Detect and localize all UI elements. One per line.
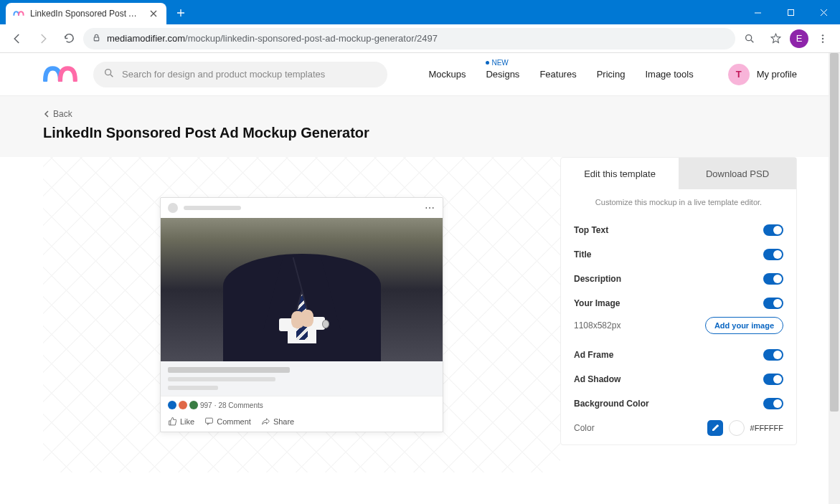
tab-edit[interactable]: Edit this template — [561, 158, 679, 189]
opt-description: Description — [561, 267, 796, 291]
svg-point-4 — [822, 37, 824, 39]
svg-point-5 — [822, 41, 824, 42]
add-image-button[interactable]: Add your image — [705, 317, 783, 334]
editor-panel: Edit this template Download PSD Customiz… — [560, 157, 797, 445]
scrollbar[interactable] — [829, 53, 840, 504]
preview-area: ⋯ — [43, 157, 560, 472]
opt-top-text: Top Text — [561, 218, 796, 242]
toggle-ad-shadow[interactable] — [763, 374, 783, 385]
share-button: Share — [261, 417, 294, 426]
search-icon — [103, 67, 115, 81]
menu-icon[interactable] — [811, 27, 834, 50]
toggle-bg-color[interactable] — [763, 398, 783, 409]
browser-toolbar: mediamodifier.com/mockup/linkedin-sponso… — [0, 24, 840, 53]
image-size-row: 1108x582pxAdd your image — [561, 315, 796, 343]
favicon-icon — [13, 8, 24, 19]
search-input[interactable]: Search for design and product mockup tem… — [93, 62, 387, 87]
back-link[interactable]: Back — [43, 109, 797, 119]
image-size: 1108x582px — [574, 320, 620, 331]
nav-mockups[interactable]: Mockups — [428, 69, 466, 80]
post-text-placeholder — [161, 361, 443, 396]
opt-ad-frame: Ad Frame — [561, 343, 796, 367]
titlebar: LinkedIn Sponsored Post Ad Moc — [0, 0, 840, 24]
color-picker-button[interactable] — [707, 420, 723, 436]
close-button[interactable] — [807, 0, 840, 24]
browser-avatar[interactable]: E — [790, 29, 808, 48]
window-controls — [741, 0, 840, 24]
reaction-count: 997 — [200, 401, 212, 409]
post-name-placeholder — [184, 206, 241, 210]
svg-point-3 — [822, 34, 824, 36]
forward-button[interactable] — [32, 27, 55, 50]
nav-image-tools[interactable]: Image tools — [645, 69, 693, 80]
tab-title: LinkedIn Sponsored Post Ad Moc — [30, 9, 142, 19]
logo-icon[interactable] — [43, 64, 79, 85]
color-row: Color #FFFFFF — [561, 416, 796, 444]
opt-bg-color: Background Color — [561, 391, 796, 416]
svg-point-2 — [746, 34, 752, 40]
profile-link[interactable]: T My profile — [728, 64, 797, 85]
toggle-your-image[interactable] — [763, 298, 783, 309]
minimize-button[interactable] — [741, 0, 774, 24]
panel-tabs: Edit this template Download PSD — [561, 158, 796, 189]
scrollbar-thumb[interactable] — [830, 53, 839, 412]
post-actions: Like Comment Share — [161, 414, 443, 432]
svg-rect-1 — [94, 37, 99, 40]
post-reactions: 997 · 28 Comments — [161, 396, 443, 414]
like-button: Like — [168, 417, 194, 426]
toggle-description[interactable] — [763, 273, 783, 285]
color-swatch[interactable] — [729, 420, 745, 436]
nav-features[interactable]: Features — [539, 69, 576, 80]
lock-icon — [92, 33, 101, 44]
opt-title: Title — [561, 242, 796, 267]
tab-download[interactable]: Download PSD — [679, 158, 796, 189]
tab-close-icon[interactable] — [148, 8, 159, 19]
url-text: mediamodifier.com/mockup/linkedin-sponso… — [107, 33, 438, 44]
toggle-top-text[interactable] — [763, 224, 783, 236]
star-icon[interactable] — [764, 27, 787, 50]
back-button[interactable] — [6, 27, 29, 50]
post-header: ⋯ — [161, 198, 443, 218]
opt-your-image: Your Image — [561, 291, 796, 315]
browser-tab[interactable]: LinkedIn Sponsored Post Ad Moc — [6, 3, 166, 24]
reload-button[interactable] — [57, 27, 80, 50]
like-icon — [168, 401, 176, 409]
profile-label: My profile — [757, 69, 797, 80]
new-badge: NEW — [486, 59, 508, 67]
avatar: T — [728, 64, 750, 85]
mockup-post: ⋯ — [160, 197, 443, 432]
svg-rect-0 — [788, 9, 793, 15]
opt-ad-shadow: Ad Shadow — [561, 367, 796, 391]
nav-designs[interactable]: NEWDesigns — [486, 69, 519, 80]
page-title: LinkedIn Sponsored Post Ad Mockup Genera… — [43, 125, 797, 141]
comment-button: Comment — [204, 417, 251, 426]
address-bar[interactable]: mediamodifier.com/mockup/linkedin-sponso… — [83, 28, 735, 49]
page-head: Back LinkedIn Sponsored Post Ad Mockup G… — [0, 96, 840, 157]
celebrate-icon — [189, 401, 198, 409]
search-placeholder: Search for design and product mockup tem… — [122, 69, 325, 80]
svg-rect-7 — [206, 418, 213, 423]
svg-point-6 — [105, 70, 111, 75]
post-avatar-placeholder — [168, 203, 178, 213]
new-tab-button[interactable] — [171, 3, 191, 23]
maximize-button[interactable] — [774, 0, 807, 24]
love-icon — [179, 401, 187, 409]
post-image — [161, 218, 443, 361]
main-nav: Mockups NEWDesigns Features Pricing Imag… — [428, 64, 797, 85]
post-menu-icon: ⋯ — [425, 202, 435, 214]
comment-count: 28 Comments — [218, 401, 263, 409]
color-hex: #FFFFFF — [750, 424, 783, 432]
panel-subtitle: Customize this mockup in a live template… — [561, 189, 796, 218]
toggle-ad-frame[interactable] — [763, 349, 783, 361]
toggle-title[interactable] — [763, 249, 783, 260]
zoom-icon[interactable] — [738, 27, 761, 50]
site-header: Search for design and product mockup tem… — [0, 53, 840, 96]
color-label: Color — [574, 423, 595, 433]
nav-pricing[interactable]: Pricing — [597, 69, 626, 80]
